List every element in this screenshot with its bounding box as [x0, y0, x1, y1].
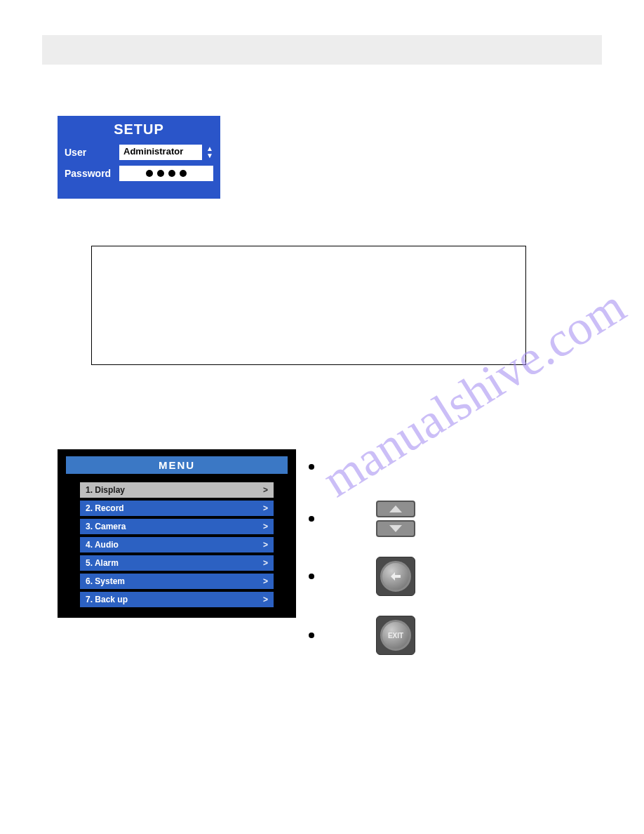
chevron-right-icon: >: [263, 503, 268, 513]
exit-button[interactable]: EXIT: [380, 620, 411, 651]
enter-button[interactable]: [380, 561, 411, 592]
password-dot: [180, 170, 187, 177]
header-bar: [42, 35, 602, 65]
menu-item-5[interactable]: 5. Alarm>: [80, 555, 274, 571]
password-dot: [157, 170, 164, 177]
svg-marker-1: [389, 525, 402, 532]
menu-item-label: 4. Audio: [86, 540, 119, 550]
password-row: Password: [65, 166, 213, 181]
bullet-row-3: [309, 557, 617, 596]
chevron-right-icon: >: [263, 576, 268, 586]
nav-down-button[interactable]: [376, 520, 415, 537]
menu-item-2[interactable]: 2. Record>: [80, 501, 274, 516]
bullet-icon: [309, 464, 314, 470]
svg-marker-0: [389, 505, 402, 512]
chevron-right-icon: >: [263, 522, 268, 531]
instruction-bullets: EXIT: [309, 453, 617, 675]
bullet-row-4: EXIT: [309, 616, 617, 655]
chevron-right-icon: >: [263, 595, 268, 604]
bullet-row-2: [309, 501, 617, 537]
chevron-right-icon: >: [263, 558, 268, 568]
menu-item-1[interactable]: 1. Display>: [80, 482, 274, 498]
menu-item-3[interactable]: 3. Camera>: [80, 519, 274, 534]
menu-item-label: 1. Display: [86, 485, 125, 495]
exit-button-wrap: EXIT: [376, 616, 415, 655]
user-label: User: [65, 147, 119, 158]
enter-button-wrap: [376, 557, 415, 596]
bullet-icon: [309, 633, 314, 638]
menu-item-6[interactable]: 6. System>: [80, 574, 274, 589]
caution-box: [91, 246, 526, 365]
user-row: User Administrator ▲ ▼: [65, 145, 213, 160]
menu-item-7[interactable]: 7. Back up>: [80, 592, 274, 607]
password-dot: [146, 170, 153, 177]
exit-button-label: EXIT: [388, 632, 403, 640]
chevron-right-icon: >: [263, 540, 268, 550]
menu-item-label: 6. System: [86, 576, 125, 586]
setup-dialog: SETUP User Administrator ▲ ▼ Password: [58, 116, 220, 199]
menu-item-label: 3. Camera: [86, 522, 126, 531]
up-down-button-group: [376, 501, 415, 537]
menu-item-label: 5. Alarm: [86, 558, 119, 568]
chevron-down-icon[interactable]: ▼: [206, 152, 213, 159]
nav-up-button[interactable]: [376, 501, 415, 517]
chevron-right-icon: >: [263, 485, 268, 495]
setup-title: SETUP: [65, 121, 213, 138]
menu-title: MENU: [66, 456, 288, 474]
password-dot: [168, 170, 175, 177]
bullet-icon: [309, 516, 314, 522]
user-select-value[interactable]: Administrator: [119, 145, 202, 160]
bullet-row-1: [309, 453, 617, 481]
password-label: Password: [65, 168, 119, 179]
bullet-icon: [309, 574, 314, 579]
menu-item-label: 7. Back up: [86, 595, 128, 604]
password-field[interactable]: [119, 166, 213, 181]
menu-item-4[interactable]: 4. Audio>: [80, 537, 274, 552]
menu-item-label: 2. Record: [86, 503, 124, 513]
user-stepper[interactable]: ▲ ▼: [206, 145, 213, 159]
menu-panel: MENU 1. Display>2. Record>3. Camera>4. A…: [58, 449, 296, 618]
